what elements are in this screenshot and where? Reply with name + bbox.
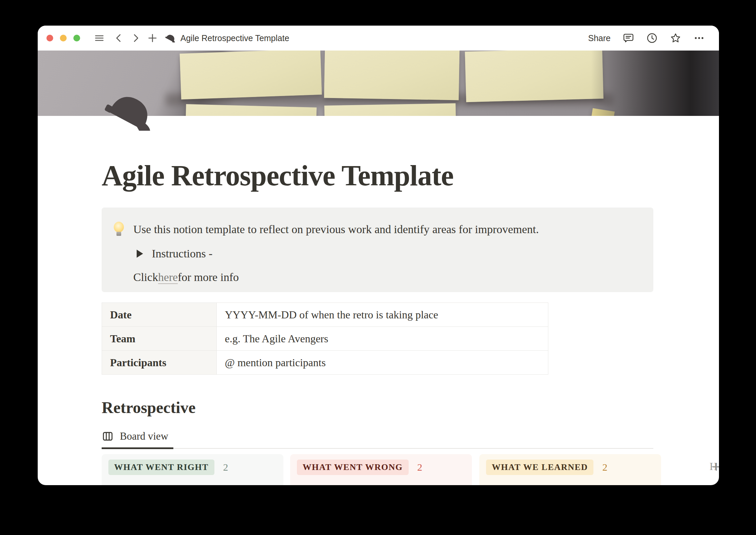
callout-block: Use this notion template to reflect on p…: [102, 208, 653, 292]
column-count: 2: [223, 462, 228, 473]
board-view-tab-label: Board view: [120, 430, 168, 442]
close-window-button[interactable]: [46, 35, 53, 41]
light-bulb-icon: [113, 222, 125, 237]
board-column-what-went-wrong[interactable]: WHAT WENT WRONG 2: [290, 454, 472, 485]
sticky-note: [324, 51, 460, 100]
board-column-what-we-learned[interactable]: WHAT WE LEARNED 2: [479, 454, 661, 485]
forward-icon[interactable]: [130, 32, 141, 44]
titlebar: Agile Retrospective Template Share: [38, 26, 719, 51]
sticky-note: [324, 103, 456, 116]
property-value-participants[interactable]: @ mention participants: [217, 351, 548, 375]
minimize-window-button[interactable]: [60, 35, 67, 41]
column-count: 2: [417, 462, 422, 473]
add-group-button[interactable]: +: [709, 460, 719, 475]
view-tab-board[interactable]: Board view: [102, 429, 168, 444]
zoom-window-button[interactable]: [73, 35, 80, 41]
share-button[interactable]: Share: [588, 33, 611, 43]
active-tab-indicator: [102, 447, 173, 449]
property-label-team[interactable]: Team: [102, 327, 217, 351]
cap-page-icon: [165, 32, 176, 44]
board-column-what-went-right[interactable]: WHAT WENT RIGHT 2: [102, 454, 283, 485]
desktop-background: Agile Retrospective Template Share: [0, 0, 756, 535]
back-icon[interactable]: [113, 32, 125, 44]
callout-text: Use this notion template to reflect on p…: [133, 223, 539, 236]
window-title: Agile Retrospective Template: [180, 33, 289, 43]
table-row: Date YYYY-MM-DD of when the retro is tak…: [102, 303, 548, 327]
cover-dark-edge: [591, 51, 719, 116]
sticky-note: [180, 51, 322, 99]
traffic-lights: [46, 35, 80, 41]
more-info-text: for more info: [178, 271, 239, 284]
property-value-date[interactable]: YYYY-MM-DD of when the retro is taking p…: [217, 303, 548, 327]
table-row: Participants @ mention participants: [102, 351, 548, 375]
property-table: Date YYYY-MM-DD of when the retro is tak…: [102, 303, 548, 375]
sticky-note: [185, 104, 316, 116]
notion-window: Agile Retrospective Template Share: [38, 26, 719, 485]
column-title-pill[interactable]: WHAT WENT RIGHT: [108, 460, 214, 475]
toggle-label: Instructions -: [152, 247, 212, 260]
history-clock-icon[interactable]: [646, 32, 658, 44]
property-value-team[interactable]: e.g. The Agile Avengers: [217, 327, 548, 351]
column-count: 2: [602, 462, 607, 473]
new-tab-icon[interactable]: [147, 32, 158, 44]
board-view-icon: [102, 430, 114, 442]
table-row: Team e.g. The Agile Avengers: [102, 327, 548, 351]
column-title-pill[interactable]: WHAT WE LEARNED: [486, 460, 593, 475]
property-label-date[interactable]: Date: [102, 303, 217, 327]
click-text: Click: [133, 271, 158, 284]
callout-line-3: Click here for more info: [133, 271, 239, 284]
more-ellipsis-icon[interactable]: [693, 32, 705, 44]
board-view: WHAT WENT RIGHT 2 WHAT WENT WRONG 2 WHAT…: [102, 454, 719, 485]
sticky-note: [465, 51, 604, 102]
favorite-star-icon[interactable]: [670, 32, 681, 44]
section-heading: Retrospective: [102, 398, 196, 417]
instructions-toggle[interactable]: Instructions -: [137, 247, 212, 260]
toggle-triangle-icon[interactable]: [137, 250, 143, 258]
page-icon-cap[interactable]: [104, 93, 158, 131]
here-link[interactable]: here: [158, 271, 178, 284]
comment-icon[interactable]: [623, 32, 634, 44]
tab-divider: [102, 448, 653, 449]
hamburger-icon[interactable]: [94, 32, 105, 44]
column-title-pill[interactable]: WHAT WENT WRONG: [297, 460, 409, 475]
titlebar-actions: Share: [588, 32, 705, 44]
callout-line-1: Use this notion template to reflect on p…: [113, 222, 539, 237]
page-title: Agile Retrospective Template: [102, 160, 453, 192]
property-label-participants[interactable]: Participants: [102, 351, 217, 375]
